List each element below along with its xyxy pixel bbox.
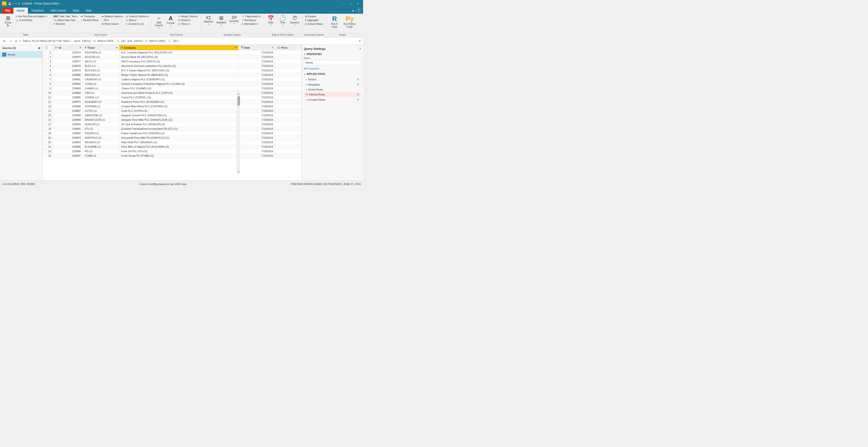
duration-btn[interactable]: ⏱ Duration ▾ <box>289 14 301 27</box>
move-btn[interactable]: ⇔ Move ▾ <box>125 19 150 22</box>
company-filter-btn[interactable]: ▾ <box>236 46 237 49</box>
table-row[interactable]: 7 229881 CADBURY.LG Cadbury Nigeria PLC … <box>43 77 302 82</box>
group-by-btn[interactable]: ⊞ GroupBy <box>2 14 14 28</box>
table-row[interactable]: 15 229888 DANGCEM.LG Dangote Cement PLC … <box>43 113 302 118</box>
table-row[interactable]: 23 229896 FO.LG Forte Oil PLC (FO.LG) 7/… <box>43 149 302 154</box>
id-filter-btn[interactable]: ▾ <box>80 46 81 49</box>
table-row[interactable]: 19 229892 FIDSON.LG Fidson Healthcare PL… <box>43 131 302 136</box>
tab-file[interactable]: File <box>2 7 13 14</box>
col-header-date[interactable]: 📅 Date ▾ <box>239 45 275 50</box>
count-rows-btn[interactable]: 📊 Count Rows <box>14 19 49 22</box>
reverse-rows-btn[interactable]: ↕ Reverse Rows <box>80 19 100 22</box>
pivot-col-btn[interactable]: ⊞ Pivot Column <box>100 22 124 26</box>
col-header-price[interactable]: 1.2 Price <box>275 45 301 50</box>
name-input[interactable] <box>304 60 361 65</box>
col-header-company[interactable]: A Company ▾ <box>119 45 239 50</box>
replace-values-btn[interactable]: ⇆ Replace Values ▾ <box>100 14 124 18</box>
date-filter-btn[interactable]: ▾ <box>272 46 273 49</box>
col-header-select[interactable]: ⬜ <box>43 45 53 50</box>
data-type-btn[interactable]: ABC Data Type: Text ▾ <box>52 14 79 18</box>
unpivot-cols-btn[interactable]: ⊡ Unpivot Columns ▾ <box>125 14 150 18</box>
table-row[interactable]: 18 229891 ETI.LG Ecobank Transnational I… <box>43 127 302 131</box>
table-row[interactable]: 1 229874 AGLEVEN.LG A.G. Leventis (Niger… <box>43 50 302 55</box>
scroll-down-btn[interactable]: ▼ <box>238 171 240 173</box>
scroll-up-btn[interactable]: ▲ <box>238 93 240 95</box>
formula-confirm-btn[interactable]: ✓ <box>8 39 13 43</box>
all-properties-link[interactable]: All Properties <box>304 67 361 70</box>
format-btn[interactable]: A Format ▾ <box>165 14 176 28</box>
table-row[interactable]: 17 229890 DUNLOP.LG Dn Tyre & Rubber PLC… <box>43 122 302 127</box>
table-row[interactable]: 24 229897 FCMB.LG Fcmb Group Plc (FCMB.L… <box>43 154 302 158</box>
tab-home[interactable]: Home <box>13 7 28 14</box>
table-row[interactable]: 22 229895 FLOURMI.LG Flour Mills of Nige… <box>43 145 302 149</box>
run-py-btn[interactable]: Py Run Pythonscript <box>342 14 357 29</box>
tab-add-column[interactable]: Add Column <box>47 7 69 14</box>
rounding-btn[interactable]: ≈ Rounding ▾ <box>241 19 262 22</box>
close-btn[interactable]: × <box>354 1 361 6</box>
applied-step[interactable]: ✕Filtered Rows⚙ <box>304 92 361 97</box>
minimize-btn[interactable]: − <box>340 1 347 6</box>
table-row[interactable]: 10 229884 CAP.LG Chemical and Allied Pro… <box>43 91 302 95</box>
rename-btn[interactable]: ✏ Rename <box>52 22 79 26</box>
table-row[interactable]: 20 229893 HONYFLO.LG Honeywell Flour Mil… <box>43 136 302 140</box>
table-row[interactable]: 8 229882 CCNN.LG Cement Company of North… <box>43 82 302 86</box>
table-row[interactable]: 13 229886 COSTAIN.LG Costain West Africa… <box>43 104 302 109</box>
help-btn[interactable]: ? <box>356 8 361 13</box>
expand-btn[interactable]: ⊞ Expand <box>304 14 324 18</box>
date-btn[interactable]: 📅 Date ▾ <box>265 14 277 27</box>
applied-step[interactable]: ●Navigation⚙ <box>304 82 361 87</box>
extract-btn[interactable]: ⊡ Extract ▾ <box>177 19 199 22</box>
query-item-stocks[interactable]: ⊞ Stocks <box>0 51 42 58</box>
table-row[interactable]: 12 229875 ACADEMY.LG Academy Press PLC (… <box>43 100 302 104</box>
standard-btn[interactable]: ⊞ Standard ▾ <box>215 14 228 27</box>
merge-cols-btn[interactable]: ⇒ Merge Columns <box>177 14 199 18</box>
table-row[interactable]: 5 229879 BOCGAS.LG B O C Gases Nigeria P… <box>43 68 302 73</box>
formula-cancel-btn[interactable]: ✕ <box>2 39 7 43</box>
table-row[interactable]: 16 229889 DANGFLOUR.LG Dangote Flour Mil… <box>43 118 302 122</box>
col-header-id[interactable]: 1²³ Id ▾ <box>53 45 83 50</box>
query-settings-close-btn[interactable]: × <box>359 47 361 51</box>
table-row[interactable]: 2 229876 ACCESS.LG Access Bank Plc (ACCE… <box>43 55 302 59</box>
ticker-filter-btn[interactable]: ▾ <box>116 46 117 49</box>
table-row[interactable]: 6 229880 BERGER.LG Berger Paints Nigeria… <box>43 73 302 77</box>
collapse-ribbon-btn[interactable]: ▲ <box>352 9 354 12</box>
table-row[interactable]: 4 229878 ALEX.LG Aluminium Extrusion Ind… <box>43 64 302 68</box>
split-col-btn[interactable]: ↔ SplitColumn ▾ <box>153 14 164 30</box>
extract-values-btn[interactable]: ⊡ Extract Values <box>304 22 324 26</box>
transpose-btn[interactable]: ⇄ Transpose <box>80 14 100 18</box>
step-gear-btn[interactable]: ⚙ <box>357 78 359 81</box>
table-row[interactable]: 9 229883 CHAMS.LG Chams PLC (CHAMS.LG) 7… <box>43 86 302 91</box>
information-btn[interactable]: ℹ Information ▾ <box>241 22 262 26</box>
statistics-btn[interactable]: XΣ Statistics ▾ <box>203 14 215 27</box>
step-gear-btn[interactable]: ⚙ <box>357 83 359 86</box>
time-btn[interactable]: 🕐 Time ▾ <box>277 14 288 27</box>
use-first-row-btn[interactable]: ≡ Use First Row as Headers ▾ <box>14 14 49 18</box>
step-gear-btn[interactable]: ⚙ <box>357 98 359 101</box>
table-row[interactable]: 3 229877 AIICO.LG AIICO Insurance PLC (A… <box>43 59 302 64</box>
step-gear-btn[interactable]: ⚙ <box>357 93 359 96</box>
tab-view[interactable]: View <box>69 7 82 14</box>
parse-btn[interactable]: { } Parse ▾ <box>177 22 199 26</box>
applied-step[interactable]: ●Grouped Rows⚙ <box>304 97 361 102</box>
tab-help[interactable]: Help <box>82 7 95 14</box>
fill-btn[interactable]: ↓ Fill ▾ <box>100 19 124 22</box>
table-row[interactable]: 11 229885 CONOIL.LG Conoil PLC (CONOIL.L… <box>43 95 302 100</box>
scroll-thumb[interactable] <box>238 96 240 106</box>
detect-type-btn[interactable]: 🔍 Detect Data Type <box>52 19 79 22</box>
formula-input[interactable] <box>20 39 356 42</box>
grid-container[interactable]: ⬜ 1²³ Id ▾ A <box>42 45 302 181</box>
maximize-btn[interactable]: □ <box>347 1 354 6</box>
run-r-btn[interactable]: R Run Rscript <box>328 14 342 29</box>
vertical-scrollbar[interactable]: ▲ ▼ <box>237 92 240 174</box>
scientific-btn[interactable]: 10² Scientific ▾ <box>228 14 240 26</box>
trigonometry-btn[interactable]: ∿ Trigonometry ▾ <box>241 14 262 18</box>
table-row[interactable]: 14 229887 CUTIX.LG Cutix PLC (CUTIX.LG) … <box>43 109 302 113</box>
queries-collapse-btn[interactable]: ◀ <box>38 46 40 50</box>
col-header-ticker[interactable]: A Ticker ▾ <box>83 45 119 50</box>
table-row[interactable]: 21 229894 IKEJAHO.LG Ikeja Hotel PLC (IK… <box>43 140 302 145</box>
formula-expand-btn[interactable]: ▼ <box>359 39 361 43</box>
tab-transform[interactable]: Transform <box>28 7 47 14</box>
convert-list-btn[interactable]: ≡ Convert to List <box>125 22 150 26</box>
applied-step[interactable]: ●Source⚙ <box>304 77 361 82</box>
applied-step[interactable]: ●Sorted Rows <box>304 87 361 92</box>
